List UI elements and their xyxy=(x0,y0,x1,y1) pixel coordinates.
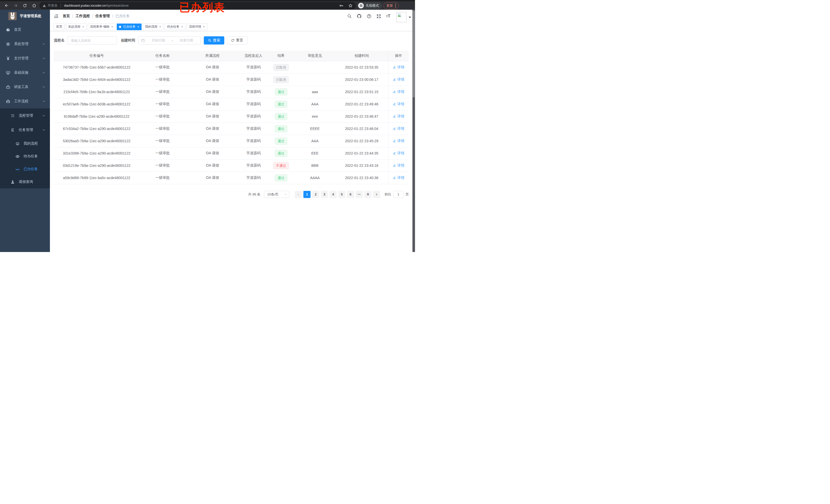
detail-button[interactable]: 详情 xyxy=(393,65,405,70)
sidebar-item-workflow[interactable]: 工作流程 xyxy=(0,94,50,108)
github-button[interactable] xyxy=(357,13,362,19)
sidebar-collapse-button[interactable] xyxy=(54,14,59,19)
cell-process: OA 请假 xyxy=(186,147,240,159)
sidebar-item-my-process[interactable]: 我的流程 xyxy=(0,137,50,150)
password-key-button[interactable] xyxy=(339,3,344,8)
help-button[interactable] xyxy=(366,14,372,19)
sidebar-item-infra[interactable]: 基础设施 xyxy=(0,66,50,80)
reload-button[interactable] xyxy=(21,2,29,9)
cell-task-id: 8196daff-7b9a-11ec-a290-acde48001122 xyxy=(54,110,139,123)
security-status[interactable]: 不安全 xyxy=(42,3,58,8)
github-icon xyxy=(357,13,362,19)
home-button[interactable] xyxy=(30,2,38,9)
breadcrumb: 首页 / 工作流程 / 任务管理 / 已办任务 xyxy=(63,14,130,19)
next-page-button[interactable] xyxy=(373,191,380,198)
tab-home[interactable]: 首页 xyxy=(54,24,65,30)
sidebar: 芋道管理系统 首页 系统管理 支付管理 基础设施 研发工具 xyxy=(0,10,50,252)
total-count: 共 86 条 xyxy=(248,192,260,197)
refresh-icon xyxy=(231,39,234,42)
page-button-1[interactable]: 1 xyxy=(304,191,311,198)
page-button-9[interactable]: 9 xyxy=(364,191,372,198)
sidebar-item-devtools[interactable]: 研发工具 xyxy=(0,80,50,94)
cell-task-name: 一级审批 xyxy=(139,123,186,135)
prev-page-button[interactable] xyxy=(295,191,302,198)
tab-close-icon[interactable]: × xyxy=(159,25,161,29)
user-menu[interactable] xyxy=(396,10,411,22)
process-name-input[interactable] xyxy=(68,36,117,44)
page-button-2[interactable]: 2 xyxy=(312,191,319,198)
detail-label: 详情 xyxy=(397,65,405,70)
cell-comment: BBB xyxy=(294,159,336,172)
sidebar-item-process-mgmt[interactable]: 流程管理 xyxy=(0,108,50,123)
sidebar-item-todo-task[interactable]: 待办任务 xyxy=(0,150,50,163)
detail-label: 详情 xyxy=(397,163,405,168)
tab-done-task[interactable]: 已办任务× xyxy=(117,24,141,30)
tab-form-edit[interactable]: 流程表单-编辑× xyxy=(88,24,116,30)
tab-process-detail[interactable]: 流程详情× xyxy=(187,24,208,30)
detail-button[interactable]: 详情 xyxy=(393,175,405,180)
browser-menu-icon[interactable] xyxy=(395,4,396,8)
date-range-picker[interactable]: 开始日期 - 结束日期 xyxy=(138,36,201,44)
cell-task-name: 一级审批 xyxy=(139,172,186,184)
detail-button[interactable]: 详情 xyxy=(393,151,405,156)
detail-button[interactable]: 详情 xyxy=(393,163,405,168)
main-panel: 首页 / 工作流程 / 任务管理 / 已办任务 xyxy=(50,10,415,252)
more-pages-button[interactable]: ••• xyxy=(356,191,363,198)
sidebar-logo-row[interactable]: 芋道管理系统 xyxy=(0,10,50,23)
page-button-3[interactable]: 3 xyxy=(321,191,328,198)
tags-view: 首页 发起流程× 流程表单-编辑× 已办任务× 我的流程× 待办任务× 流程详情… xyxy=(50,23,415,31)
reset-button[interactable]: 重置 xyxy=(227,36,247,44)
tab-todo-task[interactable]: 待办任务× xyxy=(165,24,185,30)
scrollbar-thumb[interactable] xyxy=(413,10,415,98)
detail-button[interactable]: 详情 xyxy=(393,90,405,94)
detail-button[interactable]: 详情 xyxy=(393,139,405,143)
fullscreen-button[interactable] xyxy=(376,14,381,19)
page-button-5[interactable]: 5 xyxy=(338,191,345,198)
tab-close-icon[interactable]: × xyxy=(82,25,84,29)
sidebar-item-payment[interactable]: 支付管理 xyxy=(0,51,50,66)
end-date-placeholder[interactable]: 结束日期 xyxy=(175,38,198,43)
tab-my-process[interactable]: 我的流程× xyxy=(143,24,164,30)
cell-starter: 芋道源码 xyxy=(240,73,267,86)
tab-close-icon[interactable]: × xyxy=(137,25,139,29)
detail-button[interactable]: 详情 xyxy=(393,102,405,106)
font-size-button[interactable]: TT xyxy=(386,13,390,19)
tab-start-process[interactable]: 发起流程× xyxy=(66,24,87,30)
page-button-6[interactable]: 6 xyxy=(347,191,354,198)
goto-page-input[interactable] xyxy=(393,191,404,198)
breadcrumb-item[interactable]: 首页 xyxy=(63,14,70,19)
detail-button[interactable]: 详情 xyxy=(393,77,405,82)
bookmark-star-button[interactable] xyxy=(348,3,353,8)
detail-button[interactable]: 详情 xyxy=(393,126,405,131)
cell-create-time: 2022-01-22 23:46:47 xyxy=(336,110,388,123)
table-row: 215cf4e5-7b9b-11ec-9a1b-acde48001122 一级审… xyxy=(54,86,409,98)
sidebar-item-leave-query[interactable]: 请假查询 xyxy=(0,175,50,188)
result-tag: 通过 xyxy=(275,174,287,181)
sidebar-item-home[interactable]: 首页 xyxy=(0,23,50,37)
sidebar-item-system[interactable]: 系统管理 xyxy=(0,37,50,51)
cell-starter: 芋道源码 xyxy=(240,135,267,147)
url-path: /bpm/task/done xyxy=(106,4,129,7)
search-button[interactable] xyxy=(347,14,352,19)
forward-button[interactable] xyxy=(12,2,20,9)
tab-close-icon[interactable]: × xyxy=(203,25,205,29)
sidebar-item-task-mgmt[interactable]: 任务管理 xyxy=(0,123,50,137)
eye-icon xyxy=(15,154,20,159)
detail-button[interactable]: 详情 xyxy=(393,114,405,119)
chevron-down-icon xyxy=(42,86,45,89)
chevron-down-icon xyxy=(42,71,45,74)
sidebar-item-done-task[interactable]: 已办任务 xyxy=(0,163,50,175)
page-button-4[interactable]: 4 xyxy=(329,191,337,198)
search-submit-button[interactable]: 搜索 xyxy=(204,36,224,44)
window-scrollbar[interactable] xyxy=(412,10,415,252)
update-button[interactable]: 更新 xyxy=(384,2,399,9)
sidebar-item-label: 研发工具 xyxy=(14,85,28,89)
tab-close-icon[interactable]: × xyxy=(181,25,183,29)
breadcrumb-item[interactable]: 任务管理 xyxy=(95,14,110,19)
tab-close-icon[interactable]: × xyxy=(111,25,114,29)
breadcrumb-item[interactable]: 工作流程 xyxy=(75,14,90,19)
pagination: 共 86 条 10条/页 1 2 3 4 5 6 ••• 9 xyxy=(54,191,409,198)
page-size-select[interactable]: 10条/页 xyxy=(264,191,289,198)
start-date-placeholder[interactable]: 开始日期 xyxy=(147,38,170,43)
back-button[interactable] xyxy=(3,2,10,9)
